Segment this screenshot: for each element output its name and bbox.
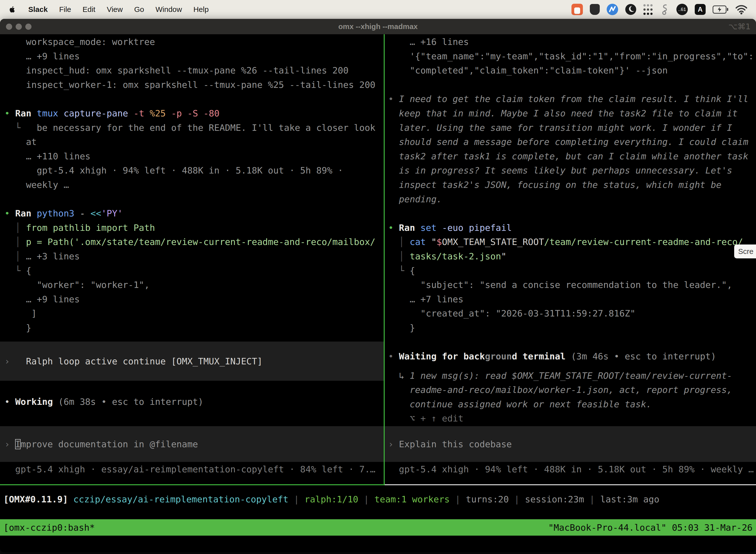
text-segment: … +16 lines	[388, 37, 469, 47]
terminal-line: inspect_hud: omx sparkshell --tmux-pane …	[4, 63, 384, 78]
tooltip-text: Scre	[738, 247, 754, 256]
blue-bolt-icon[interactable]	[607, 4, 618, 15]
terminal-line: • Waiting for background terminal (3m 46…	[388, 349, 756, 364]
terminal-line: at	[4, 135, 384, 149]
terminal-line	[388, 78, 756, 92]
menu-status-icons: ..61 A	[571, 4, 748, 15]
text-segment: … +9 lines	[4, 51, 80, 61]
text-segment: •	[388, 223, 399, 233]
text-segment: continue assigned work or next feasible …	[388, 399, 651, 409]
text-segment: OMX_TEAM_STATE_ROOT	[442, 237, 544, 247]
left-terminal-pane[interactable]: workspace_mode: worktree … +9 lines insp…	[0, 34, 384, 485]
menu-item-edit[interactable]: Edit	[82, 5, 96, 14]
text-segment: /team/review-current-readme-and-reco/	[544, 237, 743, 247]
text-segment: from pathlib import Path	[26, 223, 155, 233]
text-segment: {	[26, 266, 32, 276]
terminal-line: ⌥ + ↑ edit	[388, 411, 756, 426]
text-segment: is in progress? It seems likely but perh…	[388, 165, 732, 175]
terminal-line: }	[388, 321, 756, 335]
text-segment: cat	[410, 237, 431, 247]
shield-grid-icon[interactable]	[590, 4, 600, 15]
chat-app-icon[interactable]	[571, 4, 583, 15]
terminal-line: └ {	[4, 264, 384, 278]
terminal-line	[388, 206, 756, 221]
battery-icon[interactable]	[712, 4, 728, 15]
text-segment: task2 after task1 is complete, but can I…	[388, 151, 748, 161]
terminal-line: later. Using the same for transition mig…	[388, 121, 756, 135]
wifi-icon[interactable]	[735, 4, 748, 15]
text-segment: •	[4, 108, 15, 118]
text-segment: cczip/essay/ai-reimplementation-copyleft	[73, 494, 289, 504]
text-segment: ]	[4, 308, 37, 319]
dot-grid-icon[interactable]	[643, 4, 652, 15]
terminal-line	[4, 192, 384, 207]
text-segment: (6m 38s • esc to interrupt)	[58, 397, 203, 407]
text-segment: "completed","claim_token":"claim-token"}…	[388, 65, 668, 75]
apple-icon[interactable]	[8, 4, 17, 14]
terminal-line	[388, 364, 756, 369]
text-segment: │	[4, 237, 26, 247]
text-segment: |	[289, 494, 305, 504]
text-segment: Ran	[15, 108, 37, 118]
ralph-loop-text: › Ralph loop active continue [OMX_TMUX_I…	[4, 356, 262, 366]
text-segment: turns:20	[466, 494, 509, 504]
text-segment: $	[437, 237, 442, 247]
terminal-line: │ cat "$OMX_TEAM_STATE_ROOT/team/review-…	[388, 235, 756, 249]
text-segment: |	[509, 494, 525, 504]
menu-item-view[interactable]: View	[107, 5, 123, 14]
s-hook-icon[interactable]	[659, 4, 670, 15]
text-segment: -euo pipefail	[442, 223, 512, 233]
text-segment: %25	[149, 108, 171, 118]
menu-item-window[interactable]: Window	[155, 5, 182, 14]
terminal-line: • Ran python3 - <<'PY'	[4, 206, 384, 221]
menu-item-go[interactable]: Go	[134, 5, 144, 14]
menu-item-file[interactable]: File	[59, 5, 71, 14]
text-segment: last:3m ago	[600, 494, 659, 504]
right-terminal-output: … +16 lines '{"team_name":"my-team","tas…	[385, 34, 756, 426]
screen-edge-tooltip: Scre	[734, 244, 756, 258]
tmux-panes: workspace_mode: worktree … +9 lines insp…	[0, 34, 756, 485]
text-segment: … +7 lines	[388, 294, 463, 304]
text-segment: {	[410, 266, 415, 276]
text-segment: '{"team_name":"my-team","task_id":"1","f…	[388, 51, 754, 61]
terminal-line: • Ran set -euo pipefail	[388, 221, 756, 235]
terminal-line: • I need to get the claim token from the…	[388, 92, 756, 106]
text-segment: capture-pane	[63, 108, 133, 118]
terminal-line: "created_at": "2026-03-31T11:59:27.816Z"	[388, 306, 756, 321]
left-prompt-input[interactable]: › Improve documentation in @filename	[0, 426, 384, 462]
menu-item-help[interactable]: Help	[193, 5, 209, 14]
text-segment: •	[388, 351, 399, 362]
input-placeholder-text: Explain this codebase	[399, 439, 512, 449]
a-app-icon[interactable]: A	[695, 4, 706, 15]
text-segment: readme-and-reco/mailbox/worker-1.json, a…	[388, 385, 732, 395]
terminal-line: … +9 lines	[4, 292, 384, 307]
text-segment: └	[388, 266, 410, 276]
text-segment: inspect task2's JSON, focusing on the st…	[388, 180, 721, 190]
right-model-status-line: gpt-5.4 xhigh · 94% left · 488K in · 5.1…	[385, 464, 754, 474]
window-titlebar[interactable]: omx --xhigh --madmax ⌥⌘1	[0, 19, 756, 34]
text-segment: 1 new msg(s): read $OMX_TEAM_STATE_ROOT/…	[410, 371, 732, 381]
text-segment: }	[4, 323, 31, 333]
count-badge-icon[interactable]: ..61	[676, 4, 688, 15]
right-terminal-pane[interactable]: … +16 lines '{"team_name":"my-team","tas…	[385, 34, 756, 485]
text-segment: "	[501, 251, 506, 261]
text-segment: inspect_hud: omx sparkshell --tmux-pane …	[4, 65, 349, 75]
terminal-line: is in progress? It seems likely but perh…	[388, 163, 756, 178]
text-segment: Ran	[15, 208, 37, 218]
terminal-line: readme-and-reco/mailbox/worker-1.json, a…	[388, 383, 756, 397]
text-segment: groun	[485, 351, 512, 362]
text-segment: should send a message before completing …	[388, 137, 748, 147]
crescent-icon[interactable]	[625, 4, 636, 15]
text-segment: tasks/task-2.json	[410, 251, 501, 261]
text-segment: pending.	[388, 194, 442, 204]
terminal-line: ]	[4, 306, 384, 321]
text-segment: inspect_worker-1: omx sparkshell --tmux-…	[4, 80, 376, 90]
text-segment: •	[388, 94, 399, 104]
menu-item-slack[interactable]: Slack	[28, 5, 48, 14]
tmux-host-clock: "MacBook-Pro-44.local" 05:03 31-Mar-26	[548, 522, 753, 533]
omx-status-zone: [OMX#0.11.9] cczip/essay/ai-reimplementa…	[0, 485, 756, 536]
text-segment: at	[4, 137, 37, 147]
text-segment: |	[359, 494, 375, 504]
terminal-line: • Ran tmux capture-pane -t %25 -p -S -80	[4, 106, 384, 121]
right-prompt-input[interactable]: › Explain this codebase	[385, 426, 756, 462]
